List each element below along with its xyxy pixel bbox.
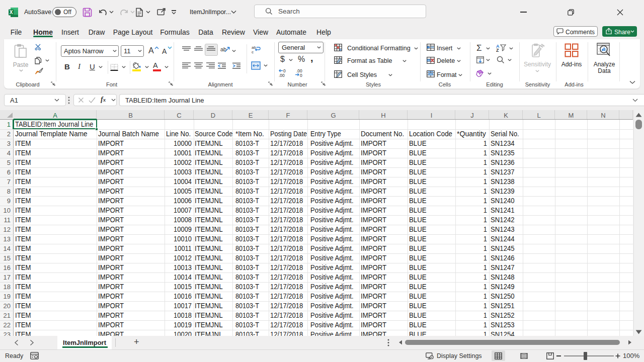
svg-text:ab: ab (252, 45, 256, 50)
svg-text:0: 0 (300, 73, 302, 77)
svg-text:.00: .00 (279, 73, 285, 77)
svg-text:Z: Z (496, 48, 499, 52)
svg-text:X: X (10, 10, 13, 15)
svg-text:c: c (252, 50, 254, 54)
